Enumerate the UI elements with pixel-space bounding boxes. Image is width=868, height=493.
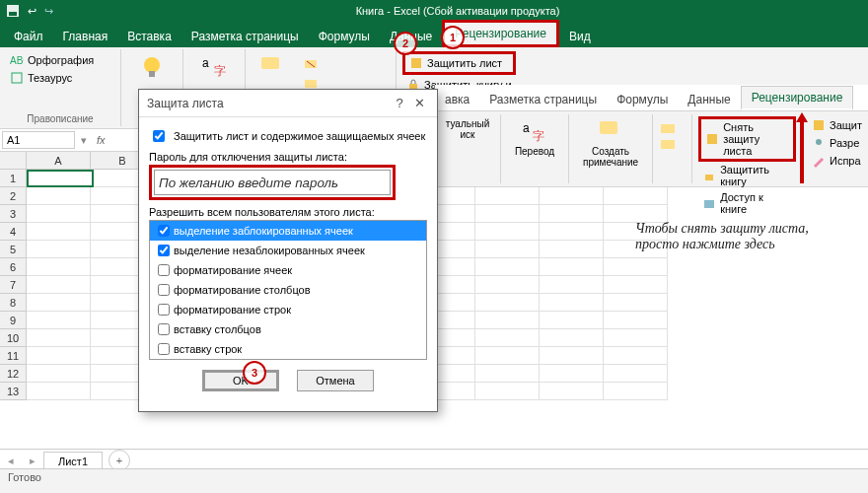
tab-pagelayout[interactable]: Разметка страницы [181,26,309,47]
cell[interactable] [475,205,540,223]
delete-comment-button[interactable] [299,55,323,73]
cell[interactable] [27,276,91,294]
unprotect-sheet-button[interactable]: Снять защиту листа [698,116,796,162]
sheet-nav-prev[interactable]: ◂ [0,455,22,467]
cell[interactable] [540,258,604,276]
tab-insert[interactable]: Вставка [117,26,181,47]
track-changes-button[interactable]: Испра [808,152,863,170]
row-header[interactable]: 12 [0,365,27,383]
cell[interactable] [475,241,540,258]
row-header[interactable]: 10 [0,329,27,347]
cell[interactable] [604,294,668,312]
cell[interactable] [540,276,604,294]
next-comment-icon[interactable] [659,138,686,152]
cell[interactable] [604,347,668,365]
tab-file[interactable]: Файл [4,26,53,47]
permission-checkbox[interactable] [158,323,170,335]
cell[interactable] [604,365,668,383]
cell[interactable] [540,329,604,347]
new-comment-button[interactable] [252,51,295,93]
save-icon[interactable] [6,4,20,18]
spelling-button[interactable]: ABCОрфография [6,51,114,69]
row-header[interactable]: 1 [0,170,27,187]
ok-button[interactable]: OK [202,370,279,391]
cell[interactable] [27,383,91,400]
share-access-button[interactable]: Доступ к книге [698,189,796,217]
permission-item[interactable]: выделение незаблокированных ячеек [150,241,426,260]
undo-icon[interactable]: ↩ [28,5,36,18]
protect-sheet-button[interactable]: Защитить лист [402,51,516,75]
cell[interactable] [475,329,540,347]
permission-checkbox[interactable] [158,264,170,276]
cell[interactable] [604,276,668,294]
translate-button[interactable]: a字 [189,51,239,83]
new-comment2-button[interactable]: Создать примечание [575,116,646,170]
translate2-button[interactable]: a字Перевод [507,116,562,159]
permission-item[interactable]: форматирование столбцов [150,280,426,300]
name-box[interactable] [2,131,75,149]
cell[interactable] [475,258,540,276]
cell[interactable] [540,347,604,365]
visual-disk-button[interactable]: туальный иск [441,116,494,142]
cell[interactable] [540,187,604,205]
cell[interactable] [540,294,604,312]
cell[interactable] [27,312,91,329]
cell[interactable] [604,329,668,347]
cell[interactable] [475,347,540,365]
tab-view[interactable]: Вид [559,26,601,47]
prev-comment-icon[interactable] [659,122,686,136]
tab2-review[interactable]: Рецензирование [741,86,854,110]
cell[interactable] [27,187,91,205]
cell[interactable] [540,365,604,383]
row-header[interactable]: 6 [0,258,27,276]
row-header[interactable]: 9 [0,312,27,329]
protect-book2-button[interactable]: Защитить книгу [698,162,796,189]
permission-item[interactable]: вставку строк [150,339,426,359]
row-header[interactable]: 7 [0,276,27,294]
cell[interactable] [604,187,668,205]
cell[interactable] [27,241,91,258]
permission-checkbox[interactable] [158,225,170,237]
password-input[interactable] [154,170,391,195]
permission-item[interactable]: вставку столбцов [150,319,426,339]
tab2-insert[interactable]: авка [435,89,479,110]
row-header[interactable]: 13 [0,383,27,400]
cell[interactable] [540,383,604,400]
cell[interactable] [475,223,540,241]
cell[interactable] [27,347,91,365]
protect-contents-input[interactable] [153,130,165,142]
col-a[interactable]: A [27,152,91,170]
cell[interactable] [475,365,540,383]
cell[interactable] [475,294,540,312]
cancel-button[interactable]: Отмена [297,370,374,391]
cell[interactable] [540,312,604,329]
redo-icon[interactable]: ↪ [44,5,53,18]
permission-checkbox[interactable] [158,245,170,256]
permissions-listbox[interactable]: выделение заблокированных ячееквыделение… [149,220,427,360]
row-header[interactable]: 2 [0,187,27,205]
permission-checkbox[interactable] [158,343,170,355]
tab2-pagelayout[interactable]: Разметка страницы [479,89,607,110]
help-icon[interactable]: ? [390,96,409,110]
row-header[interactable]: 5 [0,241,27,258]
dropdown-icon[interactable]: ▾ [77,134,91,147]
row-header[interactable]: 8 [0,294,27,312]
cell[interactable] [27,205,91,223]
cell[interactable] [27,223,91,241]
tab-formulas[interactable]: Формулы [309,26,380,47]
row-header[interactable]: 11 [0,347,27,365]
close-icon[interactable]: ✕ [409,96,429,110]
cell[interactable] [27,294,91,312]
cell[interactable] [604,312,668,329]
sheet-tab-1[interactable]: Лист1 [43,452,103,470]
cell[interactable] [475,383,540,400]
cell[interactable] [604,383,668,400]
smart-lookup-button[interactable] [127,51,177,83]
tab-home[interactable]: Главная [53,26,118,47]
permission-checkbox[interactable] [158,304,170,316]
select-all-corner[interactable] [0,152,27,170]
allow-ranges-button[interactable]: Разре [808,134,863,152]
cell[interactable] [475,276,540,294]
cell[interactable] [604,258,668,276]
tab2-formulas[interactable]: Формулы [607,89,678,110]
